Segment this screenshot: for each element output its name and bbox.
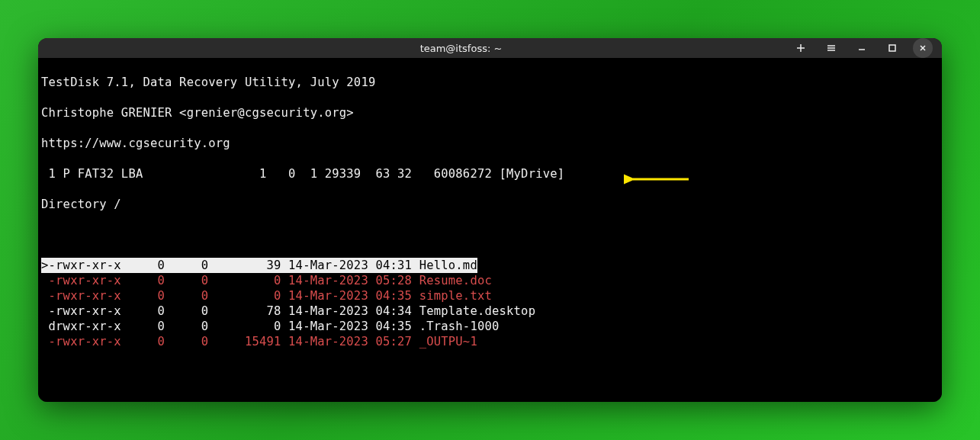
file-row[interactable]: -rwxr-xr-x 0 0 0 14-Mar-2023 05:28 Resum… bbox=[41, 273, 939, 288]
new-tab-button[interactable] bbox=[791, 38, 811, 58]
directory-label: Directory / bbox=[41, 197, 939, 212]
window-controls bbox=[791, 38, 933, 58]
file-row-text: drwxr-xr-x 0 0 0 14-Mar-2023 04:35 .Tras… bbox=[41, 319, 500, 334]
file-row[interactable]: -rwxr-xr-x 0 0 0 14-Mar-2023 04:35 simpl… bbox=[41, 288, 939, 304]
file-row-text: >-rwxr-xr-x 0 0 39 14-Mar-2023 04:31 Hel… bbox=[41, 258, 477, 273]
maximize-button[interactable] bbox=[882, 38, 902, 58]
hamburger-icon bbox=[826, 43, 837, 53]
file-row[interactable]: drwxr-xr-x 0 0 0 14-Mar-2023 04:35 .Tras… bbox=[41, 319, 939, 334]
blank-line bbox=[41, 365, 939, 380]
file-row-text: -rwxr-xr-x 0 0 78 14-Mar-2023 04:34 Temp… bbox=[41, 304, 535, 319]
close-icon bbox=[917, 43, 928, 53]
file-row-text: -rwxr-xr-x 0 0 0 14-Mar-2023 04:35 simpl… bbox=[41, 288, 492, 304]
terminal-content[interactable]: TestDisk 7.1, Data Recovery Utility, Jul… bbox=[38, 58, 942, 402]
file-row-text: -rwxr-xr-x 0 0 15491 14-Mar-2023 05:27 _… bbox=[41, 334, 477, 349]
terminal-window: team@itsfoss: ~ TestDisk 7.1, Data Recov… bbox=[38, 38, 942, 402]
header-line-3: https://www.cgsecurity.org bbox=[41, 136, 939, 151]
file-row-text: -rwxr-xr-x 0 0 0 14-Mar-2023 05:28 Resum… bbox=[41, 273, 492, 288]
window-title: team@itsfoss: ~ bbox=[131, 43, 791, 54]
file-row[interactable]: -rwxr-xr-x 0 0 78 14-Mar-2023 04:34 Temp… bbox=[41, 304, 939, 319]
titlebar: team@itsfoss: ~ bbox=[38, 38, 942, 58]
minimize-icon bbox=[856, 43, 867, 53]
partition-line: 1 P FAT32 LBA 1 0 1 29339 63 32 60086272… bbox=[41, 166, 939, 181]
svg-rect-0 bbox=[889, 45, 895, 51]
plus-icon bbox=[795, 43, 806, 53]
minimize-button[interactable] bbox=[852, 38, 872, 58]
blank-line bbox=[41, 227, 939, 242]
close-button[interactable] bbox=[913, 38, 933, 58]
blank-line bbox=[41, 395, 939, 402]
maximize-icon bbox=[887, 43, 898, 53]
hamburger-menu-button[interactable] bbox=[821, 38, 841, 58]
header-line-1: TestDisk 7.1, Data Recovery Utility, Jul… bbox=[41, 75, 939, 90]
file-row[interactable]: >-rwxr-xr-x 0 0 39 14-Mar-2023 04:31 Hel… bbox=[41, 258, 939, 273]
file-row[interactable]: -rwxr-xr-x 0 0 15491 14-Mar-2023 05:27 _… bbox=[41, 334, 939, 349]
file-list: >-rwxr-xr-x 0 0 39 14-Mar-2023 04:31 Hel… bbox=[41, 258, 939, 349]
header-line-2: Christophe GRENIER <grenier@cgsecurity.o… bbox=[41, 105, 939, 120]
